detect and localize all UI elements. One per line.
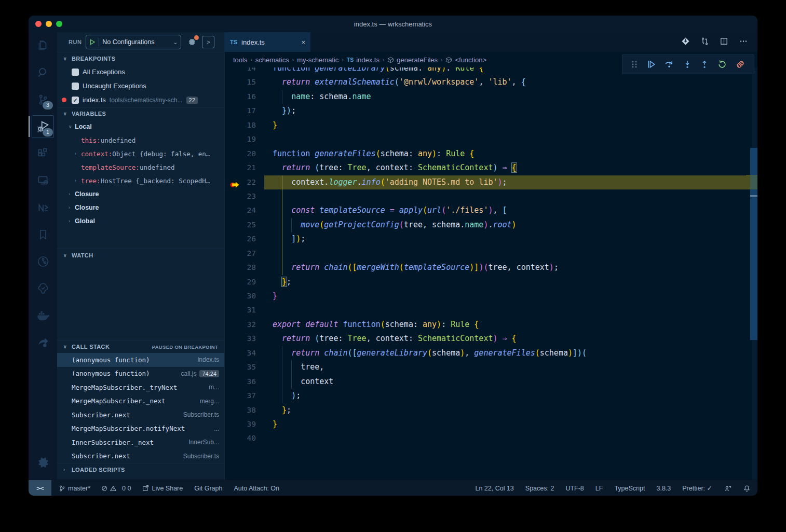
status-prettier[interactable]: Prettier: ✓ xyxy=(682,484,712,492)
launch-configuration-dropdown[interactable]: No Configurations ⌄ xyxy=(86,35,181,49)
line-number: 32 xyxy=(225,318,256,332)
call-stack-frame[interactable]: Subscriber.nextSubscriber.ts xyxy=(57,408,224,422)
debug-console-button[interactable]: > xyxy=(202,36,214,48)
status-git-graph[interactable]: Git Graph xyxy=(194,485,222,492)
split-editor-icon[interactable] xyxy=(720,37,728,48)
breakpoint-row[interactable]: All Exceptions xyxy=(57,65,224,79)
call-stack-frame[interactable]: MergeMapSubscriber._nextmerg... xyxy=(57,394,224,408)
editor-scrollbar[interactable] xyxy=(746,67,757,480)
code-text: } xyxy=(273,118,757,132)
open-changes-icon[interactable] xyxy=(681,37,690,48)
activity-bar-item-search[interactable] xyxy=(29,59,57,86)
variable-row[interactable]: ›tree: HostTree {_backend: ScopedH… xyxy=(57,174,224,187)
line-number: 27 xyxy=(225,247,256,261)
status-auto-attach[interactable]: Auto Attach: On xyxy=(234,485,279,492)
maximize-window-button[interactable] xyxy=(56,21,62,27)
status-label: Live Share xyxy=(152,485,183,492)
step-out-icon[interactable] xyxy=(700,59,709,70)
close-window-button[interactable] xyxy=(35,21,42,27)
call-stack-frame[interactable]: (anonymous function)index.ts xyxy=(57,353,224,367)
activity-bar-item-gitlens[interactable] xyxy=(29,248,57,275)
line-number: 20 xyxy=(225,147,256,161)
continue-icon[interactable] xyxy=(646,59,656,70)
activity-bar-item-testing[interactable] xyxy=(29,275,57,302)
variables-scope-closure[interactable]: ›Closure xyxy=(57,201,224,214)
line-number: 15 xyxy=(225,75,256,89)
activity-bar-item-docker[interactable] xyxy=(29,302,57,329)
breakpoint-checkbox[interactable] xyxy=(72,83,79,90)
variable-row[interactable]: ›context: Object {debug: false, en… xyxy=(57,147,224,160)
status-language-mode[interactable]: TypeScript xyxy=(614,485,645,492)
breadcrumb-item-function[interactable]: <function> xyxy=(445,56,486,64)
status-encoding[interactable]: UTF-8 xyxy=(565,485,584,492)
breadcrumb-item-indexts[interactable]: TSindex.ts xyxy=(347,56,380,64)
code-line-32: 32export default function(schema: any): … xyxy=(225,318,757,332)
code-line-18: 18} xyxy=(225,118,757,132)
activity-bar-item-explorer[interactable] xyxy=(29,32,57,59)
close-tab-icon[interactable]: × xyxy=(301,38,305,46)
variable-row[interactable]: templateSource: undefined xyxy=(57,160,224,174)
call-stack-frame[interactable]: (anonymous function)call.js74:24 xyxy=(57,367,224,381)
breakpoints-section-header[interactable]: ∨ BREAKPOINTS xyxy=(57,52,224,65)
watch-section-header[interactable]: ∨ WATCH xyxy=(57,249,224,262)
step-over-icon[interactable] xyxy=(663,59,675,70)
status-eol[interactable]: LF xyxy=(595,485,603,492)
breadcrumb-item-generateFiles[interactable]: generateFiles xyxy=(387,56,438,64)
breadcrumb-item-tools[interactable]: tools xyxy=(233,56,247,64)
activity-bar-item-nx-console[interactable] xyxy=(29,194,57,221)
debug-settings-button[interactable] xyxy=(185,36,198,48)
loaded-scripts-section-header[interactable]: › LOADED SCRIPTS xyxy=(57,463,224,476)
status-git-branch[interactable]: master* xyxy=(59,485,90,492)
tab-index-ts[interactable]: TS index.ts × xyxy=(225,32,310,52)
vscode-window: index.ts — wrkschematics 31 RUN No Confi… xyxy=(29,16,757,496)
code-line-37: 37 ); xyxy=(225,389,757,403)
activity-bar-item-bookmarks[interactable] xyxy=(29,221,57,248)
activity-bar-item-run-and-debug[interactable]: 1 xyxy=(29,113,57,140)
status-label: Prettier: ✓ xyxy=(682,484,712,492)
more-actions-icon[interactable] xyxy=(739,37,748,48)
activity-bar-item-remote-explorer[interactable] xyxy=(29,167,57,194)
activity-bar-item-live-share[interactable] xyxy=(29,329,57,356)
activity-bar-item-source-control[interactable]: 3 xyxy=(29,86,57,113)
call-stack-frame[interactable]: InnerSubscriber._nextInnerSub... xyxy=(57,435,224,449)
activity-bar-item-extensions[interactable] xyxy=(29,140,57,167)
variable-row[interactable]: this: undefined xyxy=(57,133,224,147)
compare-changes-icon[interactable] xyxy=(700,37,709,48)
settings-gear-button[interactable] xyxy=(29,452,57,474)
disconnect-icon[interactable] xyxy=(735,59,746,70)
live-share-icon xyxy=(36,336,50,349)
notifications-bell-icon[interactable] xyxy=(743,485,750,492)
status-live-share[interactable]: Live Share xyxy=(142,485,183,492)
breadcrumb-separator: › xyxy=(441,57,442,63)
start-debug-icon[interactable] xyxy=(89,39,96,45)
call-stack-frame[interactable]: MergeMapSubscriber.notifyNext... xyxy=(57,422,224,436)
feedback-icon[interactable] xyxy=(724,485,732,492)
breakpoint-row[interactable]: ✓index.tstools/schematics/my-sch...22 xyxy=(57,93,224,107)
code-text: return chain([generateLibrary(schema), g… xyxy=(273,346,757,360)
call-stack-section-header[interactable]: ∨ CALL STACK PAUSED ON BREAKPOINT xyxy=(57,340,224,353)
status-problems[interactable]: 0 0 xyxy=(102,485,131,492)
breakpoint-row[interactable]: Uncaught Exceptions xyxy=(57,79,224,93)
breakpoint-checkbox[interactable]: ✓ xyxy=(72,97,79,104)
restart-icon[interactable] xyxy=(717,59,727,70)
variables-scope-closure[interactable]: ›Closure xyxy=(57,187,224,201)
variables-scope-global[interactable]: ›Global xyxy=(57,214,224,228)
step-into-icon[interactable] xyxy=(683,59,692,70)
status-indentation[interactable]: Spaces: 2 xyxy=(525,485,554,492)
variables-section-header[interactable]: ∨ VARIABLES xyxy=(57,107,224,120)
call-stack-frame[interactable]: MergeMapSubscriber._tryNextm... xyxy=(57,380,224,394)
indent-guide xyxy=(282,247,282,261)
breadcrumb-item-schematics[interactable]: schematics xyxy=(255,56,289,64)
breakpoint-checkbox[interactable] xyxy=(72,69,79,76)
breadcrumb-separator: › xyxy=(383,57,384,63)
variables-scope-local[interactable]: ∨Local xyxy=(57,120,224,133)
status-ts-version[interactable]: 3.8.3 xyxy=(656,485,671,492)
breadcrumb-item-myschematic[interactable]: my-schematic xyxy=(297,56,338,64)
remote-indicator[interactable]: >< xyxy=(29,480,51,496)
minimize-window-button[interactable] xyxy=(46,21,52,27)
status-cursor-position[interactable]: Ln 22, Col 13 xyxy=(475,485,513,492)
section-title: LOADED SCRIPTS xyxy=(72,467,125,473)
code-viewport[interactable]: 14function generateLibrary(schema: any):… xyxy=(225,67,757,480)
code-line-28: 28 return chain([mergeWith(templateSourc… xyxy=(225,261,757,275)
call-stack-frame[interactable]: Subscriber.nextSubscriber.ts xyxy=(57,449,224,463)
